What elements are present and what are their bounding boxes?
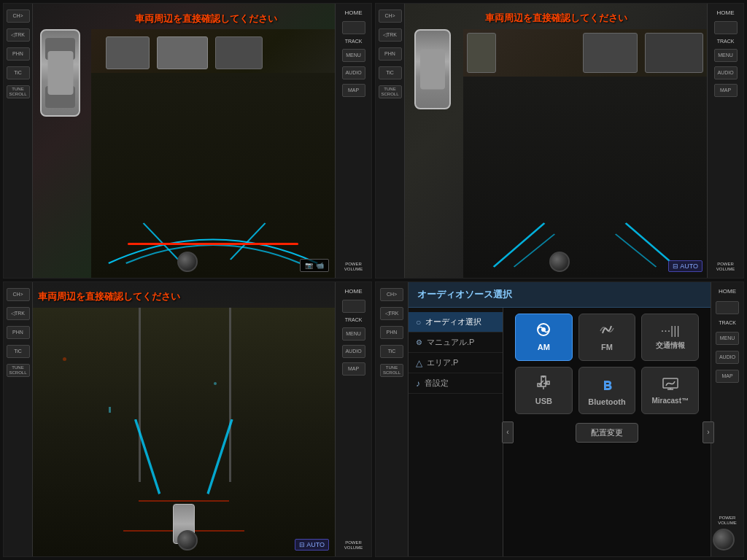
left-controls-tr: CH> ◁TRK PHN TiC TUNE SCROLL	[376, 4, 405, 278]
audio-header: オーディオソース選択	[409, 282, 711, 308]
left-controls-tl: CH> ◁TRK PHN TiC TUNE SCROLL	[4, 4, 33, 278]
auto-badge-tr: ⊟ AUTO	[668, 260, 703, 272]
track-btn-tr[interactable]: ◁TRK	[379, 28, 402, 42]
svg-line-2	[494, 223, 545, 267]
knob-br[interactable]	[713, 529, 735, 551]
menu-btn-bl[interactable]: MENU	[342, 327, 365, 341]
area-p-icon: △	[416, 358, 422, 368]
audio-btn-bl[interactable]: AUDIO	[342, 345, 365, 358]
menu-btn-tr[interactable]: MENU	[714, 49, 738, 62]
menu-item-manual-label: マニュアル.P	[427, 337, 474, 348]
ch-btn-bl[interactable]: CH>	[7, 288, 30, 301]
svg-line-15	[543, 383, 548, 384]
usb-label: USB	[535, 397, 552, 405]
audio-btn-tr[interactable]: AUDIO	[714, 66, 738, 79]
bluetooth-icon: ʙ	[603, 376, 612, 394]
tune-btn-bl[interactable]: TUNE SCROLL	[7, 364, 30, 377]
panel-bottom-left: CH> ◁TRK PHN TiC TUNE SCROLL 車両周辺を直接確認して…	[3, 281, 372, 557]
tune-btn-tr[interactable]: TUNE SCROLL	[379, 85, 402, 98]
right-controls-tr: HOME TRACK MENU AUDIO MAP POWER VOLUME	[707, 4, 743, 278]
camera-view-bl: CH> ◁TRK PHN TiC TUNE SCROLL 車両周辺を直接確認して…	[4, 282, 371, 556]
am-label: AM	[538, 343, 550, 351]
panel-bottom-right: CH> ◁TRK PHN TiC TUNE SCROLL オーディオソース選択	[375, 281, 744, 557]
track-btn-tl[interactable]: ◁TRK	[7, 28, 30, 42]
audio-btn-tl[interactable]: AUDIO	[342, 66, 365, 79]
fm-label: FM	[601, 343, 613, 351]
source-btn-fm[interactable]: FM	[578, 314, 636, 361]
menu-item-area-label: エリア.P	[427, 357, 458, 368]
source-btn-traffic[interactable]: ···||| 交通情報	[641, 314, 699, 361]
menu-item-area[interactable]: △ エリア.P	[409, 353, 503, 373]
cam-content-bl: ⊟ AUTO	[33, 282, 335, 556]
tic-btn-tr[interactable]: TiC	[379, 66, 402, 79]
map-btn-bl[interactable]: MAP	[342, 362, 365, 376]
cam-content-tr: ⊟ AUTO	[405, 4, 707, 278]
menu-btn-tl[interactable]: MENU	[342, 49, 365, 62]
tic-btn-bl[interactable]: TiC	[7, 345, 30, 358]
ch-btn-br[interactable]: CH>	[380, 288, 403, 301]
panel-top-right: CH> ◁TRK PHN TiC TUNE SCROLL 車両周辺を直接確認して…	[375, 3, 744, 279]
menu-btn-br[interactable]: MENU	[716, 332, 739, 345]
svg-point-9	[541, 327, 546, 332]
menu-item-manual[interactable]: ⚙ マニュアル.P	[409, 332, 503, 353]
source-row-2: USB ʙ Bluetooth	[515, 367, 699, 414]
fm-icon	[598, 323, 616, 340]
svg-line-7	[208, 419, 232, 494]
camera-view-tr: CH> ◁TRK PHN TiC TUNE SCROLL 車両周辺を直接確認して…	[376, 4, 743, 278]
nav-arrow-left[interactable]: ‹	[502, 421, 514, 443]
main-container: CH> ◁TRK PHN TiC TUNE SCROLL 車両周辺を直接確認して…	[0, 0, 747, 560]
arrange-button[interactable]: 配置変更	[576, 423, 638, 443]
home-btn-tl[interactable]	[342, 21, 365, 34]
tune-btn-tl[interactable]: TUNE SCROLL	[7, 85, 30, 98]
sound-icon: ♪	[416, 378, 420, 389]
menu-item-audio-label: オーディオ選択	[425, 316, 481, 327]
audio-select-icon: ○	[416, 317, 421, 327]
nav-arrow-right[interactable]: ›	[703, 421, 714, 443]
knob-tl[interactable]	[177, 252, 198, 272]
svg-point-16	[542, 376, 545, 378]
knob-tr[interactable]	[549, 252, 570, 272]
source-btn-am[interactable]: AM	[515, 314, 573, 361]
miracast-icon	[662, 377, 679, 394]
tic-btn-tl[interactable]: TiC	[7, 66, 30, 79]
cam-content-tl: 📷 📹	[33, 4, 335, 278]
svg-line-5	[616, 234, 657, 267]
map-btn-tr[interactable]: MAP	[714, 84, 738, 97]
audio-btn-br[interactable]: AUDIO	[716, 351, 739, 364]
phone-btn-br[interactable]: PHN	[380, 326, 403, 339]
tune-btn-br[interactable]: TUNE SCROLL	[380, 364, 403, 377]
home-btn-br[interactable]	[716, 301, 739, 314]
source-grid-area: ‹ ›	[503, 308, 711, 556]
tic-btn-br[interactable]: TiC	[380, 345, 403, 358]
knob-bl[interactable]	[177, 530, 198, 551]
audio-panel: CH> ◁TRK PHN TiC TUNE SCROLL オーディオソース選択	[376, 282, 743, 556]
source-btn-usb[interactable]: USB	[515, 367, 573, 414]
map-btn-tl[interactable]: MAP	[342, 84, 365, 97]
map-btn-br[interactable]: MAP	[716, 370, 739, 383]
bluetooth-label: Bluetooth	[588, 397, 625, 406]
audio-main: オーディオソース選択 ○ オーディオ選択 ⚙	[409, 282, 711, 556]
traffic-icon: ···|||	[661, 324, 680, 338]
home-btn-bl[interactable]	[342, 300, 365, 313]
source-row-1: AM FM	[515, 314, 699, 361]
phone-btn-bl[interactable]: PHN	[7, 326, 30, 339]
ch-btn-tl[interactable]: CH>	[7, 9, 30, 23]
phone-btn-tr[interactable]: PHN	[379, 47, 402, 61]
traffic-label: 交通情報	[656, 341, 685, 351]
warning-text-bl: 車両周辺を直接確認してください	[38, 291, 180, 302]
warning-text-tl: 車両周辺を直接確認してください	[135, 12, 277, 26]
track-btn-bl[interactable]: ◁TRK	[7, 307, 30, 320]
track-btn-br[interactable]: ◁TRK	[380, 307, 403, 320]
audio-left-controls: CH> ◁TRK PHN TiC TUNE SCROLL	[376, 282, 409, 556]
phone-btn-tl[interactable]: PHN	[7, 47, 30, 61]
menu-item-sound[interactable]: ♪ 音設定	[409, 373, 503, 394]
audio-header-title: オーディオソース選択	[417, 289, 512, 300]
svg-line-4	[514, 234, 555, 267]
ch-btn-tr[interactable]: CH>	[379, 9, 402, 23]
source-btn-bluetooth[interactable]: ʙ Bluetooth	[578, 367, 636, 414]
usb-icon	[535, 376, 551, 394]
menu-item-audio[interactable]: ○ オーディオ選択	[409, 312, 503, 332]
home-btn-tr[interactable]	[714, 21, 738, 34]
source-btn-miracast[interactable]: Miracast™	[641, 367, 699, 414]
left-controls-bl: CH> ◁TRK PHN TiC TUNE SCROLL	[4, 282, 33, 556]
